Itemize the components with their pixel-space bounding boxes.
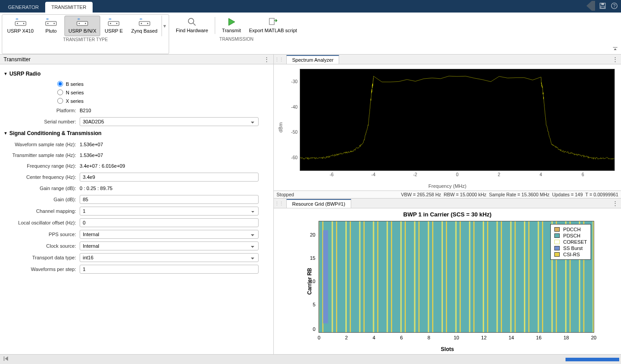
resource-canvas[interactable]: 0 5 10 15 20 PDCCH PDSCH CORESET SS Burs… — [319, 221, 594, 333]
section-signal-conditioning[interactable]: ▼ Signal Conditioning & Transmission — [4, 127, 270, 139]
save-icon[interactable] — [598, 1, 608, 11]
svg-marker-22 — [229, 18, 235, 25]
dock-handle-icon[interactable]: ⋮⋮ — [274, 57, 285, 62]
svg-rect-33 — [359, 221, 361, 332]
xtick: 0 — [456, 170, 459, 177]
gain-label: Gain (dB): — [4, 197, 80, 202]
radio-n-series[interactable]: N series — [4, 88, 270, 97]
panel-menu-icon[interactable]: ⋮ — [612, 200, 618, 207]
gainrange-label: Gain range (dB): — [4, 186, 80, 191]
svg-rect-38 — [391, 221, 392, 332]
svg-rect-45 — [442, 221, 443, 332]
export-script-button[interactable]: Export MATLAB script — [245, 15, 301, 36]
dock-handle-icon[interactable]: ⋮⋮ — [274, 201, 285, 206]
transmitter-pluto-button[interactable]: Pluto — [38, 16, 64, 36]
back-icon[interactable] — [587, 1, 595, 11]
serial-number-select[interactable]: 30AD2D5 — [80, 117, 259, 126]
collapse-ribbon-icon[interactable] — [612, 47, 618, 53]
status-bar — [0, 354, 621, 364]
section-usrp-radio[interactable]: ▼ USRP Radio — [4, 68, 270, 80]
serial-label: Serial number: — [4, 119, 80, 124]
pps-source-select[interactable]: Internal — [80, 230, 259, 239]
radio-x-series[interactable]: X series — [4, 97, 270, 105]
transmitter-usrp-e-button[interactable]: USRP E — [100, 16, 127, 36]
xtick: 14 — [509, 332, 514, 340]
svg-rect-35 — [373, 221, 374, 332]
svg-rect-23 — [269, 18, 274, 25]
svg-rect-52 — [487, 221, 488, 332]
xtick: 10 — [454, 332, 459, 340]
legend-swatch-icon — [554, 240, 560, 244]
ytick: -30 — [291, 79, 300, 84]
radio-device-icon — [106, 18, 121, 27]
transmitter-usrp-bnx-button[interactable]: USRP B/N/X — [64, 16, 100, 36]
svg-rect-67 — [593, 221, 594, 332]
radio-device-icon — [75, 18, 89, 27]
transmit-button[interactable]: Transmit — [218, 15, 245, 36]
separator — [215, 17, 215, 34]
button-label: Pluto — [46, 28, 57, 34]
resource-title: BWP 1 in Carrier (SCS = 30 kHz) — [403, 211, 491, 218]
spectrum-xlabel: Frequency (MHz) — [429, 183, 467, 189]
resource-legend: PDCCH PDSCH CORESET SS Burst CSI-RS — [550, 224, 591, 260]
status-vbw: VBW = 265.258 Hz — [401, 192, 441, 197]
panel-menu-icon[interactable]: ⋮ — [264, 56, 270, 63]
transmitter-type-dropdown[interactable]: ▾ — [162, 16, 168, 36]
transmitter-usrp-x410-button[interactable]: USRP X410 — [3, 16, 38, 36]
svg-point-19 — [147, 23, 148, 24]
xtick: 6 — [582, 170, 584, 177]
svg-rect-49 — [469, 221, 470, 332]
svg-rect-5 — [15, 21, 26, 25]
gain-input[interactable] — [80, 195, 259, 204]
status-stopped: Stopped — [276, 192, 294, 197]
xtick: -4 — [371, 170, 375, 177]
xtick: 2 — [345, 332, 348, 340]
status-sr: Sample Rate = 15.3600 MHz — [489, 192, 549, 197]
svg-rect-17 — [139, 21, 150, 25]
transmitter-panel-header: Transmitter ⋮ — [0, 55, 273, 64]
tab-spectrum-analyzer[interactable]: Spectrum Analyzer — [286, 55, 339, 64]
center-frequency-input[interactable] — [80, 173, 259, 182]
spectrum-canvas[interactable]: -30 -40 -50 -60 -6 -4 -2 0 2 4 6 — [300, 69, 615, 171]
svg-rect-58 — [528, 221, 529, 332]
ytick: 20 — [310, 232, 319, 237]
lo-offset-input[interactable] — [80, 218, 259, 227]
radio-device-icon — [13, 18, 28, 27]
channel-mapping-select[interactable]: 1 — [80, 207, 259, 216]
previous-icon[interactable] — [3, 356, 9, 363]
wfs-label: Waveform sample rate (Hz): — [4, 142, 80, 147]
transmitter-zynq-button[interactable]: Zynq Based — [127, 16, 162, 36]
tab-transmitter[interactable]: TRANSMITTER — [45, 2, 93, 13]
xtick: 2 — [498, 170, 501, 177]
svg-point-15 — [110, 23, 111, 24]
xtick: 8 — [428, 332, 430, 340]
status-t: T = 0.00999961 — [585, 192, 618, 197]
svg-rect-31 — [345, 221, 347, 332]
legend-swatch-icon — [554, 252, 560, 257]
panel-menu-icon[interactable]: ⋮ — [612, 56, 618, 63]
ribbon-group-label: TRANSMITTER TYPE — [63, 36, 108, 43]
button-label: USRP B/N/X — [68, 28, 96, 34]
gainrange-value: 0 : 0.25 : 89.75 — [80, 186, 270, 191]
button-label: Export MATLAB script — [249, 27, 297, 34]
tab-resource-grid[interactable]: Resource Grid (BWP#1) — [286, 199, 351, 208]
transport-data-type-select[interactable]: int16 — [80, 253, 259, 262]
svg-rect-56 — [515, 221, 515, 332]
xtick: 16 — [536, 332, 541, 340]
button-label: Find Hardware — [176, 27, 208, 34]
radio-b-series[interactable]: B series — [4, 80, 270, 88]
tab-generator[interactable]: GENERATOR — [2, 2, 45, 13]
ytick: 0 — [313, 326, 319, 332]
svg-rect-47 — [455, 221, 457, 332]
lo-label: Local oscillator offset (Hz): — [4, 220, 80, 225]
svg-rect-37 — [387, 221, 388, 332]
waveforms-per-step-input[interactable] — [80, 265, 259, 274]
svg-rect-46 — [446, 221, 447, 332]
svg-rect-8 — [46, 21, 56, 25]
clock-source-select[interactable]: Internal — [80, 241, 259, 250]
svg-rect-53 — [497, 221, 498, 332]
svg-rect-55 — [510, 221, 511, 332]
help-icon[interactable]: ? — [609, 1, 619, 11]
find-hardware-button[interactable]: Find Hardware — [172, 15, 212, 36]
xtick: 0 — [318, 332, 320, 340]
